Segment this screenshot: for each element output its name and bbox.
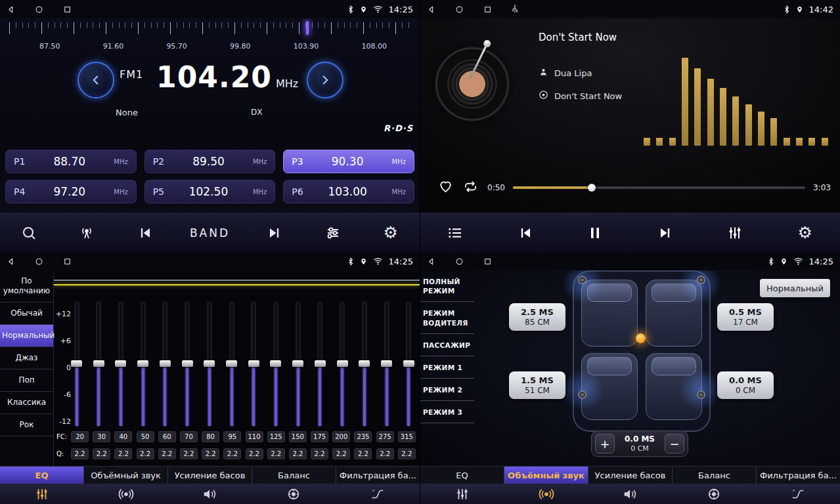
delay-rear-right[interactable]: 0.0 MS 0 CM bbox=[717, 371, 774, 399]
tab-filter[interactable]: Фильтрация ба... bbox=[757, 467, 840, 484]
broadcast-icon[interactable] bbox=[74, 225, 100, 241]
eq-band-slider[interactable] bbox=[182, 302, 193, 427]
seek-bar[interactable] bbox=[513, 186, 805, 189]
eq-band-slider[interactable] bbox=[137, 302, 148, 427]
home-icon[interactable] bbox=[455, 5, 464, 14]
next-station-button[interactable] bbox=[261, 225, 288, 241]
eq-band-slider[interactable] bbox=[93, 302, 104, 427]
eq-band-slider[interactable] bbox=[337, 302, 348, 427]
delay-increase-button[interactable]: + bbox=[595, 434, 615, 453]
preset-p1[interactable]: P1 88.70 MHz bbox=[5, 150, 137, 173]
recents-icon[interactable] bbox=[63, 257, 72, 266]
back-icon[interactable] bbox=[427, 5, 435, 14]
eq-band-slider[interactable] bbox=[248, 302, 259, 427]
eq-icon[interactable] bbox=[420, 484, 504, 504]
tune-up-button[interactable] bbox=[307, 62, 343, 98]
slider-knob[interactable] bbox=[403, 360, 414, 367]
slider-knob[interactable] bbox=[93, 360, 104, 367]
bass-boost-icon[interactable] bbox=[168, 484, 252, 504]
tab-filter[interactable]: Фильтрация ба... bbox=[336, 467, 420, 484]
equalizer-icon[interactable] bbox=[722, 225, 748, 241]
listening-position-dot[interactable] bbox=[636, 333, 646, 343]
slider-knob[interactable] bbox=[204, 360, 215, 367]
back-icon[interactable] bbox=[7, 257, 15, 266]
preset-p2[interactable]: P2 89.50 MHz bbox=[144, 150, 276, 173]
mode-passenger[interactable]: ПАССАЖИР bbox=[420, 334, 474, 356]
delay-rear-left[interactable]: 1.5 MS 51 CM bbox=[509, 371, 565, 399]
eq-preset-pop[interactable]: Поп bbox=[0, 369, 53, 392]
delay-decrease-button[interactable]: − bbox=[665, 434, 684, 453]
tab-eq[interactable]: EQ bbox=[420, 467, 504, 484]
mode-full[interactable]: ПОЛНЫЙ РЕЖИМ bbox=[420, 270, 474, 302]
eq-preset-default[interactable]: По умолчанию bbox=[0, 270, 53, 303]
tab-surround[interactable]: Объёмный звук bbox=[504, 467, 588, 484]
eq-icon[interactable] bbox=[0, 484, 84, 504]
home-icon[interactable] bbox=[455, 257, 464, 266]
eq-band-slider[interactable] bbox=[381, 302, 392, 427]
eq-band-slider[interactable] bbox=[115, 302, 126, 427]
eq-band-slider[interactable] bbox=[226, 302, 237, 427]
slider-knob[interactable] bbox=[381, 360, 392, 367]
recents-icon[interactable] bbox=[483, 5, 492, 14]
slider-knob[interactable] bbox=[248, 360, 259, 367]
eq-band-slider[interactable] bbox=[359, 302, 370, 427]
eq-band-slider[interactable] bbox=[270, 302, 281, 427]
eq-preset-custom[interactable]: Обычай bbox=[0, 303, 53, 325]
playlist-icon[interactable] bbox=[442, 225, 468, 241]
slider-knob[interactable] bbox=[226, 360, 237, 367]
mode-driver[interactable]: РЕЖИМ ВОДИТЕЛЯ bbox=[420, 302, 474, 333]
tab-balance[interactable]: Баланс bbox=[252, 467, 336, 484]
slider-knob[interactable] bbox=[115, 360, 126, 367]
tab-bass-boost[interactable]: Усиление басов bbox=[588, 467, 673, 484]
previous-track-button[interactable] bbox=[512, 225, 539, 241]
next-track-button[interactable] bbox=[652, 225, 678, 241]
slider-knob[interactable] bbox=[71, 360, 82, 367]
repeat-icon[interactable] bbox=[462, 179, 479, 197]
back-icon[interactable] bbox=[7, 5, 15, 14]
slider-knob[interactable] bbox=[359, 360, 370, 367]
slider-knob[interactable] bbox=[137, 360, 148, 367]
slider-knob[interactable] bbox=[182, 360, 193, 367]
surround-icon[interactable] bbox=[504, 484, 588, 504]
filter-icon[interactable] bbox=[336, 484, 420, 504]
home-icon[interactable] bbox=[35, 257, 43, 266]
preset-p5[interactable]: P5 102.50 MHz bbox=[144, 180, 276, 203]
slider-knob[interactable] bbox=[270, 360, 281, 367]
audio-settings-icon[interactable] bbox=[320, 225, 346, 241]
eq-band-slider[interactable] bbox=[292, 302, 303, 427]
balance-icon[interactable] bbox=[252, 484, 336, 504]
delay-front-left[interactable]: 2.5 MS 85 CM bbox=[509, 303, 565, 331]
recents-icon[interactable] bbox=[483, 257, 492, 266]
tab-balance[interactable]: Баланс bbox=[673, 467, 757, 484]
scan-button[interactable] bbox=[16, 225, 42, 241]
preset-p4[interactable]: P4 97.20 MHz bbox=[5, 180, 137, 203]
bass-boost-icon[interactable] bbox=[588, 484, 673, 504]
eq-band-slider[interactable] bbox=[160, 302, 171, 427]
pause-button[interactable] bbox=[582, 225, 608, 241]
eq-preset-rock[interactable]: Рок bbox=[0, 414, 53, 436]
sound-profile-button[interactable]: Нормальный bbox=[760, 279, 830, 297]
slider-knob[interactable] bbox=[337, 360, 348, 367]
tab-surround[interactable]: Объёмный звук bbox=[84, 467, 168, 484]
back-icon[interactable] bbox=[427, 257, 435, 266]
slider-knob[interactable] bbox=[160, 360, 171, 367]
eq-preset-classic[interactable]: Классика bbox=[0, 392, 53, 414]
home-icon[interactable] bbox=[35, 5, 43, 14]
eq-band-slider[interactable] bbox=[403, 302, 414, 427]
mode-3[interactable]: РЕЖИМ 3 bbox=[420, 401, 474, 423]
settings-gear-icon[interactable]: ⚙ bbox=[792, 224, 818, 241]
balance-icon[interactable] bbox=[672, 484, 756, 504]
slider-knob[interactable] bbox=[292, 360, 303, 367]
tuner-scale[interactable]: 87.50 91.60 95.70 99.80 103.90 108.00 bbox=[0, 20, 420, 54]
tuner-indicator[interactable] bbox=[306, 21, 309, 35]
tune-down-button[interactable] bbox=[77, 62, 114, 98]
eq-preset-normal[interactable]: Нормальный bbox=[0, 325, 53, 347]
album-art[interactable] bbox=[435, 47, 509, 121]
settings-gear-icon[interactable]: ⚙ bbox=[378, 224, 404, 241]
delay-front-right[interactable]: 0.5 MS 17 CM bbox=[717, 303, 774, 331]
mode-1[interactable]: РЕЖИМ 1 bbox=[420, 356, 474, 379]
preset-p3[interactable]: P3 90.30 MHz bbox=[283, 150, 414, 173]
recents-icon[interactable] bbox=[63, 5, 72, 14]
slider-knob[interactable] bbox=[315, 360, 326, 367]
tab-eq[interactable]: EQ bbox=[0, 467, 84, 484]
